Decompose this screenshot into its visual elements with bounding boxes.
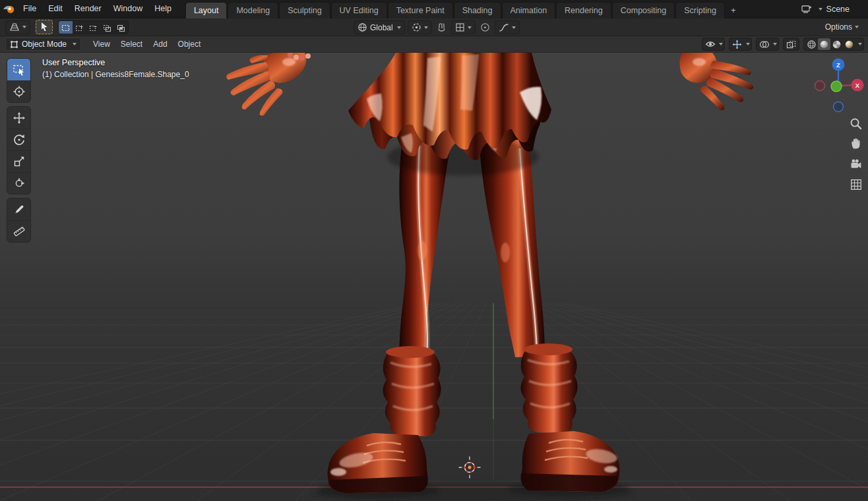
chevron-down-icon — [22, 26, 26, 28]
select-intersect-icon — [117, 24, 125, 32]
options-dropdown[interactable]: Options — [821, 21, 863, 33]
navigation-gizmo[interactable]: Z X — [812, 55, 865, 116]
select-mode-subtract[interactable] — [86, 21, 100, 34]
shading-solid-button[interactable] — [818, 38, 830, 50]
eye-icon — [704, 38, 716, 50]
viewport-overlay-text: User Perspective (1) Collection | Genesi… — [42, 58, 189, 79]
select-subtract-icon — [89, 24, 98, 32]
select-mode-extend[interactable] — [73, 21, 86, 34]
chevron-down-icon — [773, 43, 777, 45]
gizmo-neg-x-ball[interactable] — [815, 81, 825, 91]
camera-icon — [849, 157, 863, 171]
menu-object[interactable]: Object — [173, 36, 206, 52]
blender-window: { "topbar": { "menus": ["File", "Edit", … — [0, 0, 868, 501]
tool-transform[interactable] — [7, 172, 30, 194]
tab-uv-editing[interactable]: UV Editing — [331, 2, 387, 18]
topbar: File Edit Render Window Help Layout Mode… — [0, 0, 868, 18]
tab-modeling[interactable]: Modeling — [228, 2, 278, 18]
active-tool-indicator[interactable] — [36, 20, 53, 34]
measure-ruler-icon — [13, 225, 26, 238]
gizmo-neg-z-ball[interactable] — [834, 102, 844, 112]
menu-view[interactable]: View — [88, 36, 115, 52]
tool-select-box[interactable] — [7, 59, 30, 80]
tab-sculpting[interactable]: Sculpting — [279, 2, 330, 18]
menu-edit[interactable]: Edit — [42, 0, 69, 18]
chevron-down-icon — [424, 26, 428, 29]
hand-icon — [849, 136, 863, 150]
transform-orientation-dropdown[interactable]: Global — [354, 20, 405, 34]
toggle-ortho-button[interactable] — [848, 177, 863, 192]
shading-wireframe-button[interactable] — [805, 38, 818, 50]
camera-view-button[interactable] — [848, 156, 863, 171]
tab-rendering[interactable]: Rendering — [556, 2, 611, 18]
tab-compositing[interactable]: Compositing — [612, 2, 675, 18]
tool-cursor[interactable] — [7, 80, 30, 102]
chevron-down-icon — [819, 8, 822, 11]
select-set-icon — [61, 24, 70, 32]
menu-file[interactable]: File — [17, 0, 42, 18]
tool-move[interactable] — [7, 107, 30, 129]
snap-target-dropdown[interactable] — [451, 20, 476, 34]
shading-material-button[interactable] — [830, 38, 843, 50]
tool-rotate[interactable] — [7, 129, 30, 150]
pivot-point-icon — [412, 22, 421, 32]
tool-annotate[interactable] — [7, 198, 30, 220]
add-workspace-button[interactable]: + — [726, 3, 741, 18]
grid-icon — [850, 178, 863, 191]
menu-help[interactable]: Help — [148, 0, 177, 18]
select-extend-icon — [75, 24, 84, 32]
scene-icon — [801, 5, 812, 14]
tab-texture-paint[interactable]: Texture Paint — [388, 2, 453, 18]
gizmo-x-label: X — [855, 82, 860, 89]
menu-window[interactable]: Window — [108, 0, 148, 18]
select-cursor-icon — [40, 22, 49, 32]
tab-scripting[interactable]: Scripting — [675, 2, 725, 18]
xray-toggle[interactable] — [783, 38, 799, 51]
tab-layout[interactable]: Layout — [185, 2, 228, 18]
tool-scale[interactable] — [7, 150, 30, 172]
character-model[interactable] — [226, 53, 754, 501]
select-mode-group — [58, 20, 129, 34]
gizmo-y-ball[interactable] — [831, 81, 842, 92]
snap-toggle[interactable] — [435, 20, 449, 34]
cursor-tool-icon — [13, 85, 26, 98]
gizmos-dropdown[interactable] — [729, 38, 752, 51]
pan-button[interactable] — [848, 136, 863, 151]
pivot-point-dropdown[interactable] — [408, 20, 432, 34]
gizmo-z-label: Z — [836, 61, 840, 69]
editor-type-dropdown[interactable] — [5, 20, 30, 34]
select-invert-icon — [103, 24, 111, 32]
object-mode-icon — [10, 40, 18, 49]
tool-rail — [7, 58, 31, 243]
select-mode-invert[interactable] — [100, 21, 114, 34]
blender-logo-icon[interactable] — [0, 0, 17, 18]
proportional-editing-toggle[interactable] — [478, 20, 492, 34]
select-mode-set[interactable] — [59, 21, 73, 34]
chevron-down-icon — [719, 43, 723, 45]
magnifier-icon — [849, 117, 863, 131]
proportional-falloff-dropdown[interactable] — [495, 20, 520, 34]
scene-selector[interactable]: Scene — [801, 5, 868, 14]
chevron-down-icon — [858, 43, 862, 45]
overlays-dropdown[interactable] — [756, 38, 779, 51]
mode-dropdown[interactable]: Object Mode — [5, 38, 81, 51]
menu-add[interactable]: Add — [148, 36, 172, 52]
menu-render[interactable]: Render — [69, 0, 108, 18]
chevron-down-icon — [512, 26, 516, 29]
menu-select[interactable]: Select — [115, 36, 148, 52]
scale-tool-icon — [13, 155, 26, 168]
shading-rendered-button[interactable] — [843, 38, 855, 50]
viewport-editor-icon — [9, 22, 20, 32]
select-mode-intersect[interactable] — [114, 21, 128, 34]
orientation-label: Global — [370, 23, 393, 32]
viewport-canvas[interactable] — [0, 53, 868, 501]
object-origin-dot — [468, 465, 472, 469]
orientation-global-icon — [357, 22, 367, 32]
zoom-button[interactable] — [848, 116, 863, 131]
tab-shading[interactable]: Shading — [454, 2, 501, 18]
tab-animation[interactable]: Animation — [502, 2, 556, 18]
tool-measure[interactable] — [7, 220, 30, 242]
visibility-dropdown[interactable] — [702, 38, 725, 51]
falloff-curve-icon — [499, 23, 509, 32]
viewport-3d[interactable]: User Perspective (1) Collection | Genesi… — [0, 53, 868, 501]
